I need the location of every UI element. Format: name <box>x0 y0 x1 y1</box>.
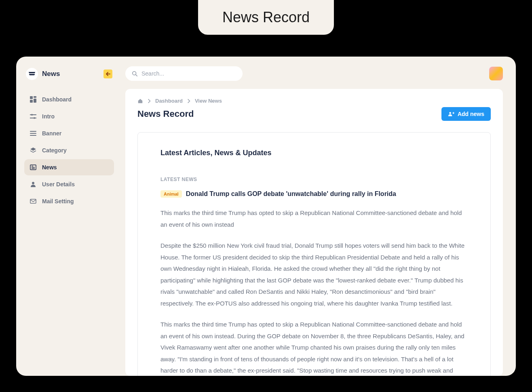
svg-point-7 <box>34 117 35 119</box>
svg-point-6 <box>31 114 33 116</box>
floating-title: News Record <box>198 0 334 35</box>
search-input[interactable] <box>141 70 236 77</box>
breadcrumb-parent[interactable]: Dashboard <box>155 98 183 104</box>
arrow-left-icon <box>106 72 110 76</box>
nav: Dashboard Intro Banner Category News Use… <box>24 91 114 210</box>
add-news-label: Add news <box>458 111 484 117</box>
section-label: LATEST NEWS <box>160 177 468 182</box>
add-news-button[interactable]: Add news <box>441 107 491 121</box>
mail-icon <box>30 198 36 204</box>
sidebar-item-label: News <box>42 164 57 171</box>
breadcrumb-current: View News <box>195 98 222 104</box>
sidebar-item-dashboard[interactable]: Dashboard <box>24 91 114 107</box>
brand-name: News <box>42 70 60 78</box>
home-icon[interactable] <box>137 98 143 104</box>
topbar <box>125 66 503 81</box>
svg-rect-0 <box>30 96 33 99</box>
search-bar[interactable] <box>125 66 243 81</box>
article-paragraph: This marks the third time Trump has opte… <box>160 207 468 230</box>
svg-rect-1 <box>34 96 36 98</box>
avatar[interactable] <box>489 67 503 80</box>
sidebar-item-banner[interactable]: Banner <box>24 125 114 141</box>
panel-title: Latest Articles, News & Updates <box>160 149 468 157</box>
panel: Latest Articles, News & Updates LATEST N… <box>137 132 491 376</box>
collapse-sidebar-button[interactable] <box>103 70 112 78</box>
brand[interactable]: News <box>26 68 60 80</box>
sidebar-item-intro[interactable]: Intro <box>24 108 114 124</box>
svg-line-19 <box>136 75 137 76</box>
article-tag[interactable]: Animal <box>160 190 182 198</box>
svg-rect-17 <box>30 199 36 203</box>
chevron-right-icon <box>186 98 192 104</box>
sidebar-item-mail-setting[interactable]: Mail Setting <box>24 193 114 209</box>
chevron-right-icon <box>146 98 152 104</box>
svg-marker-11 <box>30 148 36 151</box>
page-title: News Record <box>137 109 194 119</box>
svg-point-16 <box>32 182 34 184</box>
svg-point-20 <box>449 112 451 114</box>
breadcrumb: Dashboard View News <box>137 98 491 104</box>
sidebar-item-label: Category <box>42 147 67 154</box>
article-header: Animal Donald Trump calls GOP debate 'un… <box>160 190 468 198</box>
sidebar-item-category[interactable]: Category <box>24 142 114 158</box>
add-user-icon <box>448 111 454 117</box>
sidebar-item-label: Intro <box>42 113 55 120</box>
layers-icon <box>30 147 36 154</box>
grid-icon <box>30 96 36 103</box>
page-header: News Record Add news <box>137 107 491 121</box>
sidebar-item-label: Dashboard <box>42 96 72 103</box>
user-icon <box>30 181 36 188</box>
article-paragraph: This marks the third time Trump has opte… <box>160 319 468 376</box>
main: Dashboard View News News Record Add news… <box>119 57 516 376</box>
sidebar-item-label: User Details <box>42 181 75 188</box>
menu-icon <box>30 130 36 137</box>
brand-row: News <box>24 68 114 80</box>
article-paragraph: Despite the $250 million New York civil … <box>160 240 468 309</box>
sliders-icon <box>30 113 36 120</box>
content: Dashboard View News News Record Add news… <box>125 89 503 376</box>
sidebar-item-label: Banner <box>42 130 61 137</box>
sidebar-item-label: Mail Setting <box>42 198 74 204</box>
svg-rect-3 <box>34 99 36 103</box>
sidebar-item-user-details[interactable]: User Details <box>24 176 114 192</box>
newspaper-icon <box>30 164 36 171</box>
sidebar: News Dashboard Intro Banner Category <box>16 57 119 376</box>
sidebar-item-news[interactable]: News <box>24 159 114 175</box>
svg-rect-2 <box>30 100 33 103</box>
article-title: Donald Trump calls GOP debate 'unwatchab… <box>186 190 396 198</box>
brand-logo-icon <box>26 68 38 80</box>
search-icon <box>132 71 137 76</box>
app-window: News Dashboard Intro Banner Category <box>16 57 516 376</box>
